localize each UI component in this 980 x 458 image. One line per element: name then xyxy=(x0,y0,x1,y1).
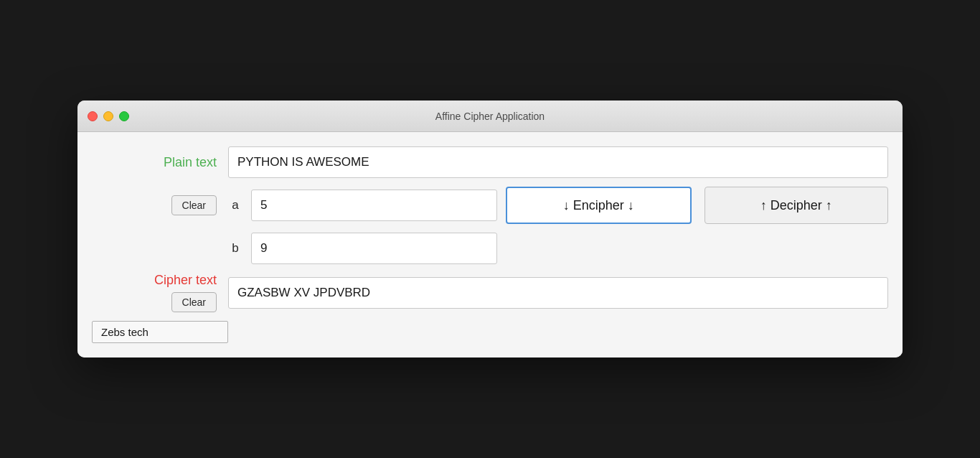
footer-row: Zebs tech xyxy=(92,321,888,343)
cipher-label-col: Cipher text Clear xyxy=(92,273,228,312)
plain-text-label: Plain text xyxy=(164,155,217,169)
a-input[interactable] xyxy=(251,190,497,221)
cipher-text-label: Cipher text xyxy=(154,273,217,288)
footer-label: Zebs tech xyxy=(92,321,228,343)
a-label: a xyxy=(228,198,242,212)
window-controls xyxy=(88,111,129,121)
b-row: b xyxy=(92,233,888,264)
clear-a-buttons-row: Clear a ↓ Encipher ↓ ↑ Decipher ↑ xyxy=(92,187,888,224)
b-label: b xyxy=(228,241,242,256)
plain-text-row: Plain text xyxy=(92,146,888,178)
clear-cipher-button[interactable]: Clear xyxy=(171,292,217,312)
main-content: Plain text Clear a ↓ Encipher ↓ ↑ Deciph… xyxy=(77,132,903,357)
app-window: Affine Cipher Application Plain text Cle… xyxy=(77,101,903,357)
plain-text-input[interactable] xyxy=(228,146,888,178)
plain-text-label-col: Plain text xyxy=(92,155,228,170)
titlebar: Affine Cipher Application xyxy=(77,101,903,132)
maximize-button[interactable] xyxy=(119,111,129,121)
window-title: Affine Cipher Application xyxy=(435,111,545,122)
encipher-button[interactable]: ↓ Encipher ↓ xyxy=(506,187,692,224)
clear-plain-col: Clear xyxy=(92,195,228,215)
cipher-text-input[interactable] xyxy=(228,277,888,309)
minimize-button[interactable] xyxy=(103,111,113,121)
clear-plain-button[interactable]: Clear xyxy=(171,195,217,215)
cipher-text-row: Cipher text Clear xyxy=(92,273,888,312)
b-input[interactable] xyxy=(251,233,497,264)
close-button[interactable] xyxy=(88,111,98,121)
decipher-button[interactable]: ↑ Decipher ↑ xyxy=(705,187,889,224)
